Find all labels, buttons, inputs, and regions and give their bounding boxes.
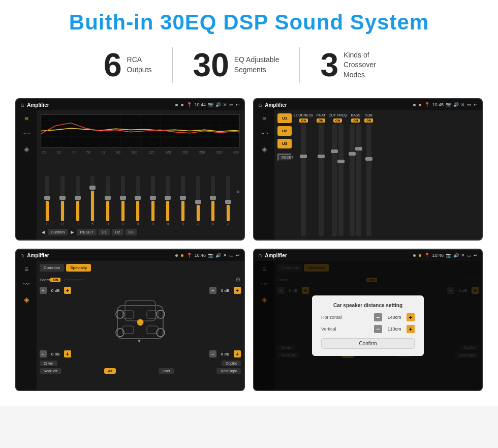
custom-btn[interactable]: Custom <box>48 229 68 235</box>
status-bar-fader: ⌂ Amplifier 📍 10:46 📷 🔊 ✕ ▭ ↩ <box>16 250 244 261</box>
fader-main-area: Common Specialty Fader ON ──── ⚙ − 0 dB <box>37 261 244 390</box>
fader-slider-h[interactable]: ──── <box>64 276 84 284</box>
u2-btn[interactable]: U2 <box>112 229 123 235</box>
stat-crossover-number: 3 <box>320 49 338 81</box>
dialog-title: Car speaker distance setting <box>321 303 415 308</box>
back-icon-2[interactable]: ↩ <box>474 102 478 107</box>
preset-u2[interactable]: U2 <box>277 126 292 136</box>
db-minus-2[interactable]: − <box>209 287 216 294</box>
eq-icon-3[interactable]: ≡ <box>24 265 28 273</box>
home-icon-2[interactable]: ⌂ <box>258 101 262 108</box>
ctrl-sub: SUB ON <box>364 113 373 236</box>
home-icon-4[interactable]: ⌂ <box>258 252 262 259</box>
dialog-horizontal-row: Horizontal − 140cm + <box>321 313 415 321</box>
vertical-minus-btn[interactable]: − <box>374 325 382 333</box>
db-plus-2[interactable]: + <box>234 287 241 294</box>
db-minus-4[interactable]: − <box>209 350 216 357</box>
fader-dialog-time: 10:46 <box>432 253 444 258</box>
db-plus-3[interactable]: + <box>64 350 71 357</box>
status-bar-eq: ⌂ Amplifier 📍 10:44 📷 🔊 ✕ ▭ ↩ <box>16 99 244 110</box>
db-plus-4[interactable]: + <box>234 350 241 357</box>
rearright-btn[interactable]: RearRight <box>216 368 241 374</box>
bass-slider-g[interactable] <box>356 124 361 236</box>
fader-app-name: Amplifier <box>27 253 172 258</box>
vertical-plus-btn[interactable]: + <box>407 325 415 333</box>
all-btn[interactable]: All <box>104 368 116 374</box>
db-value-2: 0 dB <box>218 288 232 293</box>
fader-toggle[interactable]: ON <box>50 278 61 282</box>
horizontal-plus-btn[interactable]: + <box>407 313 415 321</box>
horizontal-minus-btn[interactable]: − <box>374 313 382 321</box>
tab-common[interactable]: Common <box>40 264 64 272</box>
db-plus-1[interactable]: + <box>64 287 71 294</box>
home-icon-3[interactable]: ⌂ <box>20 252 24 259</box>
preset-u3[interactable]: U3 <box>277 139 292 148</box>
camera-icon-3: 📷 <box>208 253 213 258</box>
eq-slider-5: 0 <box>101 175 115 226</box>
sub-slider[interactable] <box>366 124 371 236</box>
copilot-btn[interactable]: Copilot <box>222 361 241 366</box>
driver-btn[interactable]: Driver <box>40 361 57 366</box>
screen-fader: ⌂ Amplifier 📍 10:46 📷 🔊 ✕ ▭ ↩ ≡ 〰 <box>15 249 245 391</box>
confirm-button[interactable]: Confirm <box>321 338 415 349</box>
wave-icon[interactable]: 〰 <box>23 130 30 138</box>
speaker-icon-3[interactable]: ◈ <box>24 295 29 304</box>
user-btn[interactable]: User <box>159 368 174 374</box>
speaker-icon-2[interactable]: ◈ <box>262 145 267 153</box>
svg-text:▼: ▼ <box>137 338 142 344</box>
fader-tabs: Common Specialty <box>40 264 241 272</box>
pin-icon: 📍 <box>186 102 192 107</box>
cutfreq-slider-g[interactable] <box>338 124 344 236</box>
camera-icon: 📷 <box>208 102 213 107</box>
reset-btn[interactable]: RESET <box>77 229 97 235</box>
status-dot-7 <box>413 254 416 257</box>
cutfreq-slider-f[interactable] <box>332 124 337 236</box>
battery-icon-3: ▭ <box>229 253 234 258</box>
wave-icon-3[interactable]: 〰 <box>23 280 30 288</box>
u1-btn[interactable]: U1 <box>99 229 110 235</box>
home-icon[interactable]: ⌂ <box>20 101 24 108</box>
stats-row: 6 RCA Outputs 30 EQ Adjustable Segments … <box>15 47 483 83</box>
rearleft-btn[interactable]: RearLeft <box>40 368 61 374</box>
db-minus-3[interactable]: − <box>40 350 47 357</box>
expand-icon[interactable]: » <box>236 188 240 195</box>
ctrl-cutfreq: CUT FREQ ON <box>329 113 347 236</box>
camera-icon-2: 📷 <box>446 102 451 107</box>
phat-slider[interactable] <box>319 124 324 236</box>
crossover-reset-btn[interactable]: RESET <box>277 154 292 161</box>
eq-freq-labels: 25 32 40 50 63 80 100 125 160 200 250 32… <box>41 151 240 154</box>
ctrl-loudness: LOUDNESS ON <box>294 113 314 236</box>
eq-icon-2[interactable]: ≡ <box>262 114 266 123</box>
status-bar-fader-dialog: ⌂ Amplifier 📍 10:46 📷 🔊 ✕ ▭ ↩ <box>254 250 482 261</box>
back-icon[interactable]: ↩ <box>236 102 240 107</box>
stat-rca: 6 RCA Outputs <box>83 49 172 81</box>
screen-crossover: ⌂ Amplifier 📍 10:45 📷 🔊 ✕ ▭ ↩ ≡ 〰 <box>253 98 483 241</box>
bass-slider-f[interactable] <box>350 124 355 236</box>
stat-rca-number: 6 <box>104 49 122 81</box>
speaker-icon[interactable]: ◈ <box>24 145 29 153</box>
svg-text:←: ← <box>135 320 140 325</box>
tab-specialty[interactable]: Specialty <box>66 264 90 272</box>
dialog-vertical-row: Vertical − 110cm + <box>321 325 415 333</box>
eq-sliders-row: 0 0 0 5 <box>41 157 240 226</box>
prev-icon[interactable]: ◄ <box>41 229 46 235</box>
wave-icon-2[interactable]: 〰 <box>261 130 268 138</box>
u3-btn[interactable]: U3 <box>126 229 137 235</box>
db-value-3: 0 dB <box>48 352 63 356</box>
back-icon-3[interactable]: ↩ <box>236 253 240 258</box>
svg-text:→: → <box>141 320 146 325</box>
fader-settings-icon[interactable]: ⚙ <box>235 276 241 283</box>
eq-slider-1: 0 <box>41 175 54 226</box>
eq-slider-4: 5 <box>86 175 100 226</box>
horizontal-control: − 140cm + <box>374 313 415 321</box>
loudness-slider[interactable] <box>301 124 306 236</box>
next-icon[interactable]: ► <box>70 229 75 235</box>
eq-main-area: 25 32 40 50 63 80 100 125 160 200 250 32… <box>37 110 244 240</box>
preset-u1[interactable]: U1 <box>277 113 292 123</box>
eq-icon[interactable]: ≡ <box>24 114 28 123</box>
db-minus-1[interactable]: − <box>40 287 47 294</box>
back-icon-4[interactable]: ↩ <box>474 253 478 258</box>
stat-crossover-desc: Kinds of Crossover Modes <box>344 50 394 80</box>
vertical-label: Vertical <box>321 326 336 332</box>
eq-slider-8: 0 <box>146 175 160 226</box>
